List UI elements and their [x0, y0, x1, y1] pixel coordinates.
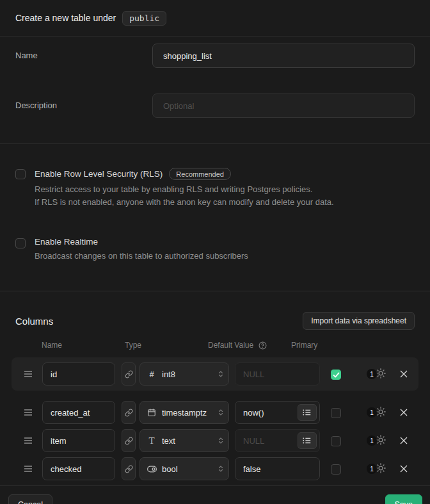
rls-toggle-block: Enable Row Level Security (RLS) Recommen… [15, 168, 415, 209]
chevron-updown-icon [217, 408, 225, 417]
primary-checkbox[interactable] [331, 464, 341, 475]
calendar-icon [147, 408, 157, 417]
description-field-row: Description [15, 93, 415, 118]
import-spreadsheet-button[interactable]: Import data via spreadsheet [303, 312, 415, 330]
column-type-select[interactable]: T text [139, 429, 229, 452]
toggles-section: Enable Row Level Security (RLS) Recommen… [0, 144, 430, 291]
column-grid-headers: Name Type Default Value Primary [15, 341, 415, 351]
header-type: Type [125, 341, 141, 350]
rls-description-line1: Restrict access to your table by enablin… [35, 183, 334, 196]
chevron-updown-icon [217, 436, 225, 445]
realtime-description: Broadcast changes on this table to autho… [35, 250, 248, 263]
panel-header: Create a new table under public [0, 0, 430, 37]
text-type-icon: T [147, 435, 157, 446]
default-value-input[interactable] [243, 408, 298, 418]
remove-column-button[interactable] [398, 463, 410, 475]
table-name-input[interactable] [152, 44, 415, 68]
columns-section: Columns Import data via spreadsheet Name… [0, 291, 430, 485]
column-row-card: # int8 1 [12, 357, 418, 391]
drag-handle-icon[interactable] [24, 409, 33, 416]
settings-count-badge: 1 [367, 369, 377, 379]
column-type-value: text [162, 436, 217, 446]
default-value-field [235, 457, 320, 480]
column-type-value: int8 [162, 370, 217, 379]
settings-count-badge: 1 [367, 464, 377, 474]
column-settings-button[interactable]: 1 [367, 368, 388, 381]
panel-footer: Cancel Save [0, 485, 430, 504]
realtime-toggle-block: Enable Realtime Broadcast changes on thi… [15, 237, 415, 263]
column-settings-button[interactable]: 1 [367, 434, 388, 448]
default-suggestions-icon[interactable] [298, 432, 317, 449]
foreign-key-link-icon[interactable] [122, 429, 136, 452]
help-icon[interactable] [259, 341, 267, 350]
realtime-checkbox[interactable] [15, 238, 26, 248]
column-row-id: # int8 1 [15, 362, 415, 386]
cancel-button[interactable]: Cancel [8, 494, 52, 504]
foreign-key-link-icon[interactable] [122, 362, 136, 386]
column-row-item: T text 1 [15, 429, 415, 452]
table-info-section: Name Description [0, 37, 430, 144]
save-button[interactable]: Save [385, 494, 423, 504]
realtime-label: Enable Realtime [35, 237, 98, 247]
header-default-value: Default Value [208, 341, 253, 350]
foreign-key-link-icon[interactable] [122, 457, 136, 480]
primary-checkbox[interactable] [331, 370, 341, 380]
column-type-value: timestamptz [162, 408, 217, 418]
primary-checkbox[interactable] [331, 436, 341, 446]
rls-label: Enable Row Level Security (RLS) [35, 169, 163, 179]
column-row-checked: bool 1 [15, 457, 415, 480]
column-name-input[interactable] [42, 362, 115, 386]
remove-column-button[interactable] [398, 407, 410, 418]
description-label: Description [15, 93, 152, 110]
default-value-field [235, 429, 320, 452]
settings-count-badge: 1 [367, 407, 377, 418]
rls-checkbox[interactable] [15, 169, 26, 179]
default-value-input[interactable] [243, 436, 298, 446]
column-name-input[interactable] [42, 429, 115, 452]
columns-title: Columns [15, 316, 53, 327]
column-settings-button[interactable]: 1 [367, 462, 388, 476]
header-name: Name [42, 341, 62, 350]
chevron-updown-icon [217, 370, 225, 378]
table-description-input[interactable] [152, 93, 415, 118]
drag-handle-icon[interactable] [24, 370, 33, 378]
chevron-updown-icon [217, 464, 225, 473]
column-name-input[interactable] [42, 401, 115, 424]
name-field-row: Name [15, 44, 415, 68]
settings-count-badge: 1 [367, 435, 377, 446]
default-value-field [235, 401, 320, 424]
column-type-value: bool [162, 464, 217, 474]
column-type-select[interactable]: bool [139, 457, 229, 480]
default-value-input[interactable] [243, 370, 317, 379]
remove-column-button[interactable] [398, 435, 410, 446]
toggle-icon [147, 466, 157, 473]
header-primary: Primary [291, 341, 317, 350]
column-row-created-at: timestamptz 1 [15, 401, 415, 424]
recommended-badge: Recommended [169, 168, 231, 180]
panel-title: Create a new table under [15, 13, 116, 23]
hash-icon: # [147, 370, 157, 379]
create-table-panel: Create a new table under public Name Des… [0, 0, 430, 504]
default-suggestions-icon[interactable] [298, 404, 317, 421]
schema-badge: public [122, 11, 166, 26]
remove-column-button[interactable] [398, 368, 410, 380]
foreign-key-link-icon[interactable] [122, 401, 136, 424]
drag-handle-icon[interactable] [24, 437, 33, 444]
column-type-select[interactable]: # int8 [139, 362, 229, 386]
primary-checkbox[interactable] [331, 408, 341, 418]
drag-handle-icon[interactable] [24, 465, 33, 473]
name-label: Name [15, 44, 152, 60]
default-value-input[interactable] [243, 464, 317, 474]
rls-description-line2: If RLS is not enabled, anyone with the a… [35, 196, 334, 209]
column-rows: # int8 1 [15, 357, 415, 480]
column-type-select[interactable]: timestamptz [139, 401, 229, 424]
column-settings-button[interactable]: 1 [367, 406, 388, 419]
column-name-input[interactable] [42, 457, 115, 480]
default-value-field [235, 362, 320, 386]
